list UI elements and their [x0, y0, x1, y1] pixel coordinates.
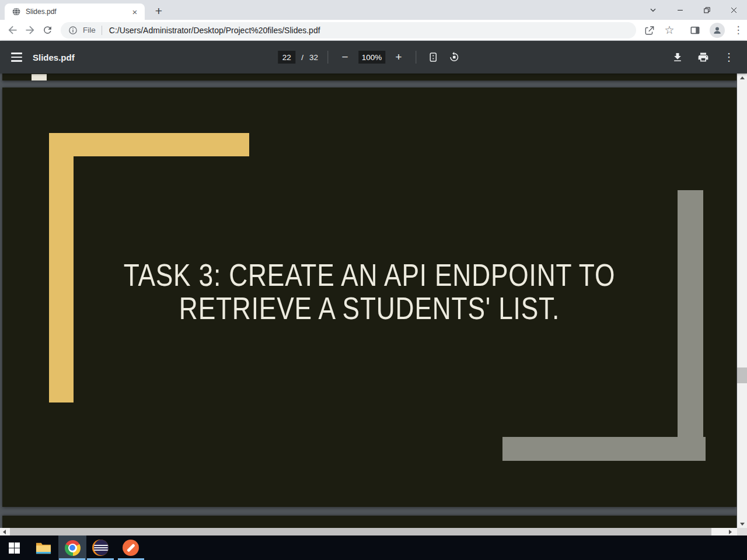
pdf-page-zoom-controls: / 32 − 100% +	[278, 41, 462, 74]
postman-taskbar-button[interactable]	[117, 536, 145, 560]
pdf-menu-hamburger-icon[interactable]	[5, 46, 28, 69]
scrollbar-corner	[737, 528, 747, 536]
gray-corner-bar-vertical	[678, 190, 703, 461]
postman-icon	[123, 540, 139, 556]
zoom-out-button[interactable]: −	[337, 50, 352, 65]
restore-button[interactable]	[693, 0, 720, 20]
pencil-glyph	[127, 544, 135, 552]
desktop: Slides.pdf × +	[0, 0, 747, 560]
forward-button[interactable]	[21, 22, 39, 39]
scroll-up-arrow[interactable]	[737, 74, 747, 82]
slide-title-line1: TASK 3: CREATE AN API ENDPOINT TO	[68, 258, 671, 292]
previous-slide-edge	[2, 74, 736, 80]
avatar-circle	[710, 23, 725, 38]
eclipse-icon	[92, 540, 109, 556]
chrome-icon	[65, 540, 81, 556]
tab-title: Slides.pdf	[26, 8, 130, 16]
toolbar-divider	[416, 51, 416, 64]
start-button[interactable]	[0, 536, 28, 560]
close-window-button[interactable]	[720, 0, 747, 20]
person-icon	[712, 25, 722, 36]
url-text[interactable]: C:/Users/Administrator/Desktop/Project%2…	[109, 26, 320, 35]
pdf-viewer-area[interactable]: TASK 3: CREATE AN API ENDPOINT TO RETRIE…	[0, 74, 747, 536]
zoom-level[interactable]: 100%	[358, 51, 385, 64]
minimize-button[interactable]	[666, 0, 693, 20]
pdf-actions: ⋮	[670, 50, 736, 65]
toolbar-divider	[327, 51, 328, 64]
eclipse-taskbar-button[interactable]	[86, 536, 114, 560]
fit-to-page-button[interactable]	[425, 50, 441, 65]
address-separator	[102, 26, 102, 35]
browser-menu-kebab-icon[interactable]: ⋮	[729, 22, 747, 39]
page-info-icon[interactable]	[68, 25, 78, 36]
tab-search-chevron-icon[interactable]	[640, 0, 666, 20]
scheme-chip: File	[83, 26, 96, 34]
horizontal-scrollbar[interactable]	[0, 528, 737, 536]
vertical-scrollbar-thumb[interactable]	[737, 368, 747, 383]
yellow-corner-bar-horizontal	[49, 133, 249, 156]
page-separator: /	[301, 53, 303, 62]
slide-title-line2: RETRIEVE A STUDENTS' LIST.	[68, 292, 671, 325]
bookmark-star-icon[interactable]: ☆	[661, 22, 678, 39]
windows-taskbar	[0, 536, 747, 560]
globe-favicon-icon	[12, 7, 21, 16]
pdf-menu-kebab-icon[interactable]: ⋮	[721, 50, 736, 65]
download-button[interactable]	[670, 50, 685, 65]
address-bar[interactable]: File C:/Users/Administrator/Desktop/Proj…	[61, 22, 636, 38]
previous-slide-accent	[32, 74, 47, 80]
side-panel-button[interactable]	[686, 22, 704, 39]
gray-corner-bar-horizontal	[502, 437, 706, 461]
vertical-scrollbar[interactable]	[737, 74, 747, 528]
horizontal-scrollbar-thumb[interactable]	[10, 528, 711, 536]
window-controls	[640, 0, 747, 20]
pdf-toolbar: Slides.pdf / 32 − 100% +	[0, 41, 747, 74]
scroll-down-arrow[interactable]	[737, 520, 747, 528]
rotate-button[interactable]	[446, 50, 462, 65]
page-number-input[interactable]	[278, 51, 295, 64]
back-button[interactable]	[4, 22, 21, 39]
scroll-right-arrow[interactable]	[726, 528, 735, 536]
slide-title: TASK 3: CREATE AN API ENDPOINT TO RETRIE…	[68, 258, 671, 325]
chrome-taskbar-button[interactable]	[58, 536, 86, 560]
print-button[interactable]	[696, 50, 711, 65]
slide-page-22: TASK 3: CREATE AN API ENDPOINT TO RETRIE…	[2, 88, 736, 507]
pdf-filename: Slides.pdf	[33, 52, 75, 62]
scroll-left-arrow[interactable]	[0, 528, 9, 536]
folder-icon	[36, 541, 51, 555]
page-total: 32	[309, 53, 318, 62]
share-button[interactable]	[641, 22, 658, 39]
zoom-in-button[interactable]: +	[391, 50, 406, 65]
next-slide-edge	[2, 516, 736, 528]
tab-strip: Slides.pdf × +	[0, 0, 747, 20]
new-tab-button[interactable]: +	[151, 3, 167, 19]
close-tab-icon[interactable]: ×	[130, 6, 140, 17]
browser-toolbar: File C:/Users/Administrator/Desktop/Proj…	[0, 20, 747, 41]
browser-tab[interactable]: Slides.pdf ×	[5, 4, 145, 20]
profile-avatar[interactable]	[708, 22, 726, 39]
reload-button[interactable]	[39, 22, 56, 39]
file-explorer-button[interactable]	[29, 536, 57, 560]
windows-logo-icon	[9, 542, 20, 554]
